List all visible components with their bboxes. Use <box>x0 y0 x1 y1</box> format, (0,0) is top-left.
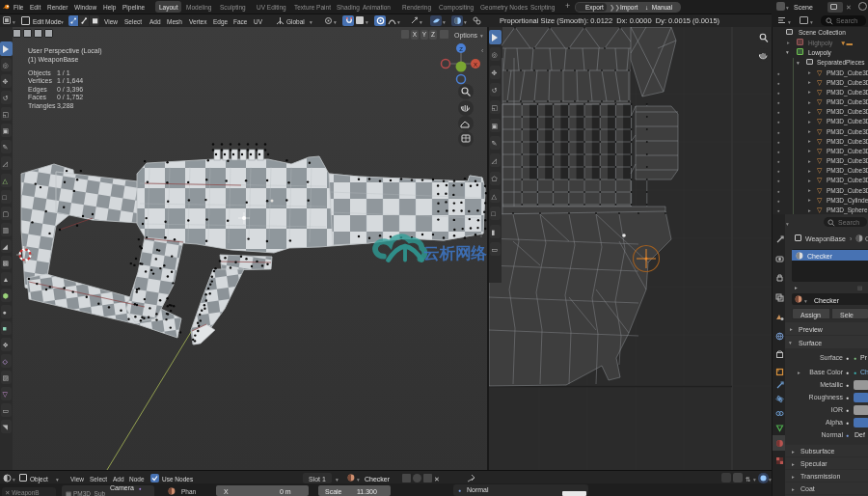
svg-text:X: X <box>474 62 477 68</box>
svg-text:云析网络: 云析网络 <box>423 244 487 262</box>
svg-text:Z: Z <box>459 46 463 52</box>
